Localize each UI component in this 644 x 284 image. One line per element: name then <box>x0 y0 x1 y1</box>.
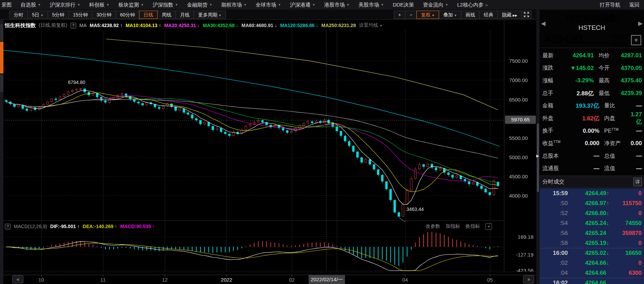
ma-value: MA120:5286.86 ↓ <box>280 23 318 28</box>
up-arrow-icon: ↑ <box>606 190 613 197</box>
menu-item-partial[interactable]: 景图 <box>0 2 16 8</box>
scroll-left-button[interactable]: « <box>12 275 23 283</box>
macd-value: MACD:90.535 ↑ <box>120 224 154 229</box>
period-button-30分钟[interactable]: 30分钟 <box>92 11 116 19</box>
trade-time: 16:00 <box>541 250 568 257</box>
menu-item-沪深京排行[interactable]: 沪深京排行▼ <box>45 2 85 8</box>
left-side-rail[interactable] <box>0 20 3 284</box>
help-icon[interactable]: ? <box>5 224 11 229</box>
chart-title: 恒生科技指数 <box>5 22 36 29</box>
tool-buttons: +−复权▼叠加▼画线经典隐藏▶▶ <box>394 11 531 19</box>
trade-row[interactable]: :564265.24359870 <box>540 228 644 238</box>
time-sales-title: 分时成交 <box>542 178 564 186</box>
quote-label-量比: 量比 <box>604 102 629 109</box>
time-axis[interactable]: « 1011122022020405 2022/02/14/一 » <box>0 272 536 284</box>
close-icon[interactable]: × <box>485 223 492 230</box>
axis-tick <box>165 275 165 276</box>
quote-label-换手: 换手 <box>542 127 568 134</box>
tool-button-隐藏[interactable]: 隐藏▶▶ <box>497 11 522 19</box>
help-icon[interactable]: ? <box>70 23 76 28</box>
trade-row[interactable]: :584265.19↓0 <box>540 238 644 248</box>
period-button-日线[interactable]: 日线 <box>139 11 158 19</box>
trade-row[interactable]: 15:594264.49↑0 <box>540 188 644 198</box>
menu-item-沪深港通[interactable]: 沪深港通▼ <box>285 2 320 8</box>
quote-row: 换手0.00%PETTM— <box>542 125 642 138</box>
macd-axis-label: -127.19 <box>516 252 533 258</box>
panel-splitter[interactable]: ▶ <box>536 10 540 284</box>
quote-value-净资产: 0.00 <box>629 140 642 147</box>
period-label: 5分钟 <box>52 12 65 17</box>
trade-row[interactable]: 16:004265.02↓16650 <box>540 248 644 258</box>
menu-item-港股市场[interactable]: 港股市场▼ <box>320 2 354 8</box>
trade-time: :54 <box>541 220 568 227</box>
trade-time: :02 <box>541 260 568 267</box>
period-button-5日[interactable]: 5日▼ <box>27 11 48 19</box>
trade-time: :50 <box>541 200 568 207</box>
quote-label-总股本: 总股本 <box>542 153 568 160</box>
trade-row[interactable]: :544265.24↓74550 <box>540 218 644 228</box>
chevron-down-icon: ▼ <box>77 3 80 7</box>
trade-row[interactable]: :504266.97↑115750 <box>540 198 644 208</box>
tool-button-复权[interactable]: 复权▼ <box>416 11 439 19</box>
chevron-down-icon: ▼ <box>312 3 315 7</box>
tool-button-经典[interactable]: 经典 <box>479 11 498 19</box>
candlestick-chart-canvas[interactable] <box>0 20 504 272</box>
macd-action-换指标[interactable]: 换指标 <box>465 223 480 229</box>
menu-item-沪深指数[interactable]: 沪深指数▼ <box>148 2 183 8</box>
macd-divider <box>0 221 504 221</box>
period-button-周线[interactable]: 周线 <box>157 11 176 19</box>
ma-settings-button[interactable]: 设置均线 ▼ <box>359 22 383 28</box>
trade-volume: 0 <box>613 240 642 247</box>
period-button-月线[interactable]: 月线 <box>175 11 194 19</box>
menu-item-L2核心内参[interactable]: L2核心内参» <box>453 2 492 8</box>
crosshair-date-label: 2022/02/14/一 <box>309 275 345 284</box>
menu-item-科创板[interactable]: 科创板▼ <box>85 2 114 8</box>
period-button-分时[interactable]: 分时 <box>9 11 28 19</box>
menu-action-返回[interactable]: 返回 <box>625 2 644 8</box>
trade-row[interactable]: :524266.80↓0 <box>540 208 644 218</box>
tool-button-叠加[interactable]: 叠加▼ <box>439 11 461 19</box>
collapse-arrow-icon[interactable]: ▶ <box>536 154 539 158</box>
menu-item-期权市场[interactable]: 期权市场▼ <box>217 2 251 8</box>
time-sales-list[interactable]: 15:594264.49↑0:504266.97↑115750:524266.8… <box>540 188 644 284</box>
period-button-更多周期[interactable]: 更多周期▼ <box>194 11 226 19</box>
tool-button-+[interactable]: + <box>394 11 405 19</box>
time-sales-detail-button[interactable]: 详 <box>633 178 642 186</box>
quote-label-收益: 收益TTM <box>542 140 568 147</box>
period-label: 60分钟 <box>120 12 135 17</box>
menu-item-全球市场[interactable]: 全球市场▼ <box>251 2 285 8</box>
quote-row: 收益TTM0.000净资产0.00 <box>542 137 642 150</box>
trade-row[interactable]: :024264.66↓0 <box>540 258 644 268</box>
period-label: 日线 <box>143 12 153 17</box>
time-sales-header: 分时成交 详 <box>540 176 644 188</box>
menu-action-打开导航[interactable]: 打开导航 <box>595 2 625 8</box>
trade-time: 15:59 <box>541 190 568 197</box>
menu-item-板块监测[interactable]: 板块监测▼ <box>114 2 148 8</box>
macd-action-加指标[interactable]: 加指标 <box>446 223 460 229</box>
scroll-right-button[interactable]: » <box>523 275 534 283</box>
fullscreen-button[interactable] <box>521 11 531 19</box>
menu-item-资金流向[interactable]: 资金流向▼ <box>418 2 453 8</box>
rail-segment <box>0 75 3 92</box>
trade-row[interactable]: 16:024264.66 <box>540 278 644 284</box>
period-button-5分钟[interactable]: 5分钟 <box>48 11 69 19</box>
macd-action-改参数[interactable]: 改参数 <box>426 223 440 229</box>
rail-orange-tab[interactable] <box>0 42 3 73</box>
tool-button-−[interactable]: − <box>405 11 417 19</box>
period-button-60分钟[interactable]: 60分钟 <box>116 11 140 19</box>
down-arrow-icon: ↓ <box>606 250 613 256</box>
period-button-15分钟[interactable]: 15分钟 <box>69 11 93 19</box>
quote-value-PE: — <box>629 128 642 134</box>
menu-item-美股市场[interactable]: 美股市场▼ <box>354 2 388 8</box>
chart-toolbar: 分时5日▼5分钟15分钟30分钟60分钟日线周线月线更多周期▼ +−复权▼叠加▼… <box>0 10 536 20</box>
menu-item-自选股[interactable]: 自选股▼ <box>16 2 45 8</box>
chevron-down-icon: ▼ <box>141 3 144 7</box>
crosshair-price-label: 5970.65 <box>505 116 536 124</box>
price-axis[interactable]: 7500.007000.006500.006000.005500.005000.… <box>504 20 536 284</box>
menu-item-金融期货[interactable]: 金融期货▼ <box>183 2 217 8</box>
trade-row[interactable]: :044264.666300 <box>540 268 644 278</box>
add-to-watchlist-button[interactable]: + <box>631 35 641 45</box>
quote-row: 流通股—流值— <box>542 162 642 175</box>
tool-button-画线[interactable]: 画线 <box>461 11 480 19</box>
menu-item-DDE决策[interactable]: DDE决策 <box>388 2 418 8</box>
